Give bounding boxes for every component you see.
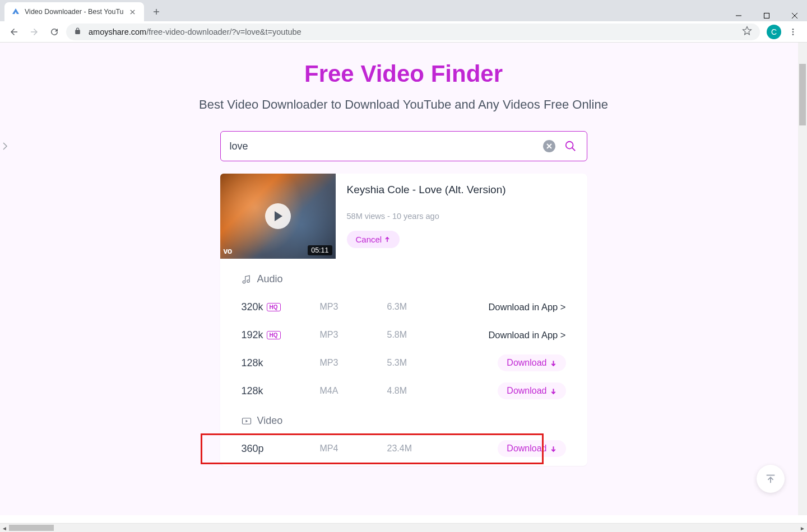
cancel-button[interactable]: Cancel xyxy=(347,231,400,248)
format-cell: MP4 xyxy=(320,444,387,454)
format-row: 128kMP35.3MDownload xyxy=(242,349,566,377)
scroll-left-arrow[interactable]: ◄ xyxy=(0,524,9,532)
browser-tabbar: Video Downloader - Best YouTu xyxy=(0,0,807,21)
browser-toolbar: amoyshare.com/free-video-downloader/?v=l… xyxy=(0,21,807,43)
window-controls xyxy=(731,8,803,24)
page-subtitle: Best Video Downloader to Download YouTub… xyxy=(199,97,608,112)
download-button[interactable]: Download xyxy=(498,440,565,457)
arrow-down-icon xyxy=(550,388,557,395)
play-icon xyxy=(265,203,291,229)
audio-label: Audio xyxy=(257,273,283,285)
size-cell: 6.3M xyxy=(387,302,477,312)
address-bar[interactable]: amoyshare.com/free-video-downloader/?v=l… xyxy=(66,24,760,40)
download-button[interactable]: Download xyxy=(498,382,565,399)
window-minimize-button[interactable] xyxy=(731,8,746,24)
format-row: 128kM4A4.8MDownload xyxy=(242,377,566,405)
search-bar xyxy=(220,131,587,161)
hq-badge: HQ xyxy=(267,331,281,339)
video-stats: 58M views - 10 years ago xyxy=(347,212,576,221)
svg-point-8 xyxy=(792,29,794,30)
nav-reload-button[interactable] xyxy=(46,24,63,40)
video-duration: 05:11 xyxy=(308,245,332,255)
page-viewport: Free Video Finder Best Video Downloader … xyxy=(0,43,807,515)
format-cell: M4A xyxy=(320,386,387,396)
new-tab-button[interactable] xyxy=(149,4,164,20)
quality-cell: 192kHQ xyxy=(242,329,320,341)
video-section-label: Video xyxy=(257,415,283,427)
tab-title: Video Downloader - Best YouTu xyxy=(25,8,124,16)
result-card: vo 05:11 Keyshia Cole - Love (Alt. Versi… xyxy=(220,174,587,466)
hscroll-thumb[interactable] xyxy=(9,525,54,531)
size-cell: 5.8M xyxy=(387,330,477,340)
format-cell: MP3 xyxy=(320,330,387,340)
page-title: Free Video Finder xyxy=(304,60,503,87)
format-row: 320kHQMP36.3MDownload in App > xyxy=(242,293,566,321)
download-in-app-link[interactable]: Download in App > xyxy=(488,330,565,340)
horizontal-scrollbar[interactable]: ◄ ► xyxy=(0,523,807,532)
vertical-scrollbar[interactable] xyxy=(798,43,807,515)
size-cell: 23.4M xyxy=(387,444,477,454)
quality-cell: 128k xyxy=(242,385,320,397)
bookmark-star-icon[interactable] xyxy=(742,26,752,38)
scrollbar-thumb[interactable] xyxy=(799,64,806,125)
page-content: Free Video Finder Best Video Downloader … xyxy=(0,43,807,488)
sidebar-expand-icon[interactable] xyxy=(2,142,8,152)
nav-forward-button[interactable] xyxy=(26,24,43,40)
download-button[interactable]: Download xyxy=(498,354,565,371)
audio-section-header: Audio xyxy=(242,273,566,285)
tab-favicon-icon xyxy=(11,7,20,16)
clear-search-button[interactable] xyxy=(543,140,555,152)
svg-point-13 xyxy=(565,142,573,149)
quality-cell: 360p xyxy=(242,443,320,455)
arrow-up-icon xyxy=(384,236,391,243)
lock-icon xyxy=(74,27,82,36)
size-cell: 4.8M xyxy=(387,386,477,396)
url-text: amoyshare.com/free-video-downloader/?v=l… xyxy=(89,27,735,36)
hq-badge: HQ xyxy=(267,303,281,311)
window-close-button[interactable] xyxy=(787,8,803,24)
window-maximize-button[interactable] xyxy=(759,8,774,24)
svg-point-9 xyxy=(792,31,794,32)
action-cell: Download in App > xyxy=(477,302,566,312)
action-cell: Download xyxy=(477,440,566,457)
svg-rect-1 xyxy=(764,13,769,18)
action-cell: Download xyxy=(477,354,566,371)
format-row: 192kHQMP35.8MDownload in App > xyxy=(242,321,566,349)
svg-point-10 xyxy=(792,34,794,35)
browser-menu-button[interactable] xyxy=(785,27,801,36)
action-cell: Download in App > xyxy=(477,330,566,340)
vevo-watermark: vo xyxy=(224,246,232,255)
browser-tab[interactable]: Video Downloader - Best YouTu xyxy=(4,2,144,21)
tab-close-icon[interactable] xyxy=(128,7,137,16)
download-in-app-link[interactable]: Download in App > xyxy=(488,302,565,312)
nav-back-button[interactable] xyxy=(6,24,22,40)
format-cell: MP3 xyxy=(320,358,387,368)
format-row: 360pMP423.4MDownload xyxy=(242,435,566,463)
arrow-down-icon xyxy=(550,445,557,452)
quality-cell: 320kHQ xyxy=(242,301,320,313)
video-thumbnail[interactable]: vo 05:11 xyxy=(220,174,336,259)
format-cell: MP3 xyxy=(320,302,387,312)
profile-avatar[interactable]: C xyxy=(767,25,781,39)
back-to-top-button[interactable] xyxy=(757,465,785,493)
video-icon xyxy=(242,416,252,426)
svg-line-14 xyxy=(572,148,575,151)
cancel-label: Cancel xyxy=(356,235,382,244)
action-cell: Download xyxy=(477,382,566,399)
video-section-header: Video xyxy=(242,415,566,427)
arrow-down-icon xyxy=(550,360,557,367)
size-cell: 5.3M xyxy=(387,358,477,368)
video-title: Keyshia Cole - Love (Alt. Version) xyxy=(347,184,576,196)
scroll-right-arrow[interactable]: ► xyxy=(798,524,807,532)
music-note-icon xyxy=(242,274,252,284)
quality-cell: 128k xyxy=(242,357,320,369)
search-input[interactable] xyxy=(230,141,535,152)
search-button[interactable] xyxy=(563,139,578,153)
